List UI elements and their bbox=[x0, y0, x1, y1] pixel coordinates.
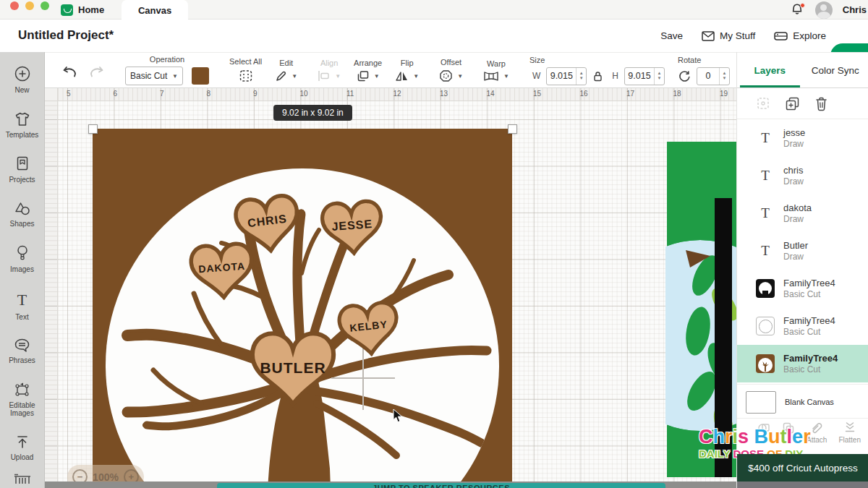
flip-button[interactable]: ▼ bbox=[395, 70, 419, 82]
layer-row-chris[interactable]: T chrisDraw bbox=[737, 157, 868, 194]
lock-icon[interactable] bbox=[593, 71, 603, 82]
monogram-icon[interactable] bbox=[13, 474, 32, 487]
design-canvas[interactable]: 5678910111213141516171819 23456789 bbox=[45, 88, 736, 488]
jump-banner[interactable]: JUMP TO SPEAKER RESOURCES bbox=[217, 483, 665, 488]
blank-canvas-row[interactable]: Blank Canvas bbox=[737, 386, 868, 418]
tab-layers[interactable]: Layers bbox=[737, 53, 803, 87]
editable-images-icon bbox=[14, 382, 31, 398]
selection-handle-top-right[interactable] bbox=[508, 124, 517, 134]
rotate-stepper[interactable]: ▲▼ bbox=[719, 68, 729, 85]
cricut-logo-icon bbox=[61, 4, 73, 16]
rotate-icon[interactable] bbox=[678, 70, 691, 82]
panel-bottom-strip bbox=[737, 481, 868, 488]
layer-row-butler[interactable]: T ButlerDraw bbox=[737, 232, 868, 270]
notifications-bell-icon[interactable] bbox=[791, 3, 805, 17]
select-all-icon[interactable] bbox=[239, 69, 253, 83]
arrange-icon bbox=[357, 70, 370, 82]
upload-icon bbox=[14, 435, 30, 450]
user-name: Chris bbox=[843, 4, 867, 15]
edit-menu-button[interactable]: ▼ bbox=[275, 70, 297, 82]
sidebar-item-text[interactable]: T Text bbox=[1, 291, 44, 322]
phrases-icon bbox=[14, 338, 30, 353]
heart-kelby[interactable]: KELBY bbox=[335, 299, 402, 360]
minimize-window-button[interactable] bbox=[25, 1, 34, 10]
save-button[interactable]: Save bbox=[660, 30, 683, 41]
text-layer-icon: T bbox=[756, 168, 775, 184]
duplicate-icon[interactable] bbox=[785, 96, 800, 111]
close-window-button[interactable] bbox=[10, 1, 19, 10]
heart-name: BUTLER bbox=[249, 359, 337, 377]
sidebar-item-templates[interactable]: Templates bbox=[1, 111, 44, 140]
select-all-label: Select All bbox=[229, 57, 262, 66]
weld-action[interactable] bbox=[782, 421, 795, 435]
rotate-input[interactable]: 0 ▲▼ bbox=[697, 67, 730, 85]
sidebar-item-phrases[interactable]: Phrases bbox=[1, 338, 44, 365]
user-avatar[interactable] bbox=[815, 1, 833, 19]
layer-row-familytree4-light[interactable]: FamilyTree4Basic Cut bbox=[737, 307, 868, 345]
layer-row-dakota[interactable]: T dakotaDraw bbox=[737, 194, 868, 232]
layers-panel: Layers Color Sync T jesseDraw T chrisDra… bbox=[736, 52, 868, 488]
arrange-label: Arrange bbox=[354, 59, 382, 67]
redo-icon[interactable] bbox=[89, 66, 105, 79]
height-stepper[interactable]: ▲▼ bbox=[654, 68, 664, 85]
layer-thumbnail bbox=[756, 354, 775, 373]
my-stuff-button[interactable]: My Stuff bbox=[702, 30, 755, 41]
green-design-partial[interactable] bbox=[665, 142, 736, 477]
sidebar-item-projects[interactable]: Projects bbox=[1, 155, 44, 184]
height-input[interactable]: 9.015 ▲▼ bbox=[624, 67, 665, 85]
layer-row-familytree4-black[interactable]: FamilyTree4Basic Cut bbox=[737, 270, 868, 307]
flatten-action[interactable]: Flatten bbox=[838, 421, 861, 444]
video-progress-strip: JUMP TO SPEAKER RESOURCES bbox=[45, 481, 736, 488]
ruler-corner bbox=[45, 88, 58, 101]
height-label: H bbox=[612, 71, 618, 81]
align-icon bbox=[318, 70, 331, 82]
attach-action[interactable]: Attach bbox=[807, 421, 827, 444]
heart-jesse[interactable]: JESSE bbox=[318, 197, 386, 258]
tab-canvas[interactable]: Canvas bbox=[122, 0, 188, 20]
tshirt-icon bbox=[14, 111, 31, 127]
selection-handle-top-left[interactable] bbox=[88, 124, 98, 134]
flip-label: Flip bbox=[401, 59, 414, 67]
sidebar-item-upload[interactable]: Upload bbox=[1, 435, 44, 462]
explore-button[interactable]: Explore bbox=[774, 30, 826, 41]
undo-icon[interactable] bbox=[61, 66, 77, 79]
project-title: Untitled Project* bbox=[18, 28, 114, 43]
size-tooltip: 9.02 in x 9.02 in bbox=[273, 105, 352, 121]
arrange-button[interactable]: ▼ bbox=[357, 70, 380, 82]
explore-icon bbox=[774, 31, 788, 41]
width-input[interactable]: 9.015 ▲▼ bbox=[546, 67, 587, 85]
layer-thumbnail bbox=[756, 317, 775, 335]
tab-home[interactable]: Home bbox=[61, 0, 104, 20]
home-tab-label: Home bbox=[78, 4, 104, 15]
heart-butler[interactable]: BUTLER bbox=[249, 329, 337, 408]
pencil-icon bbox=[275, 70, 287, 82]
canvas-tab-label: Canvas bbox=[138, 5, 171, 16]
layer-row-jesse[interactable]: T jesseDraw bbox=[737, 119, 868, 157]
width-stepper[interactable]: ▲▼ bbox=[576, 68, 586, 85]
offset-button[interactable]: ▼ bbox=[439, 69, 463, 82]
sidebar-item-images[interactable]: Images bbox=[1, 244, 44, 274]
weld-icon bbox=[782, 421, 795, 435]
fullscreen-window-button[interactable] bbox=[41, 1, 49, 10]
family-tree-design[interactable]: CHRIS JESSE DAKOTA KELBY BUTLER bbox=[93, 129, 512, 488]
trash-icon[interactable] bbox=[814, 96, 828, 111]
promo-banner[interactable]: $400 off Cricut Autopress bbox=[737, 454, 868, 481]
my-stuff-icon bbox=[702, 30, 715, 41]
color-swatch[interactable] bbox=[192, 67, 209, 85]
align-label: Align bbox=[320, 59, 338, 67]
tab-color-sync[interactable]: Color Sync bbox=[803, 53, 868, 87]
notification-badge bbox=[800, 3, 805, 8]
align-button[interactable]: ▼ bbox=[318, 70, 341, 82]
operation-select[interactable]: Basic Cut▼ bbox=[125, 67, 183, 85]
layer-row-familytree4-brown[interactable]: FamilyTree4Basic Cut bbox=[737, 345, 868, 382]
warp-button[interactable]: ▼ bbox=[483, 71, 509, 82]
vertical-ruler: 23456789 bbox=[45, 101, 58, 488]
heart-dakota[interactable]: DAKOTA bbox=[187, 240, 257, 302]
slice-action[interactable] bbox=[757, 421, 770, 435]
sidebar-item-shapes[interactable]: Shapes bbox=[1, 201, 44, 228]
sidebar-item-new[interactable]: New bbox=[1, 65, 44, 95]
sidebar-item-editable-images[interactable]: Editable Images bbox=[1, 382, 44, 418]
images-icon bbox=[14, 244, 30, 262]
group-icon[interactable] bbox=[756, 96, 770, 111]
layer-thumbnail bbox=[756, 279, 775, 298]
